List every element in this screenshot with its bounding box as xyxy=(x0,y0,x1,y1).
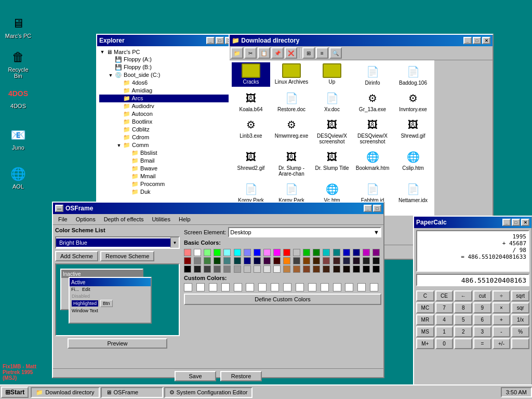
custom-color-swatch[interactable] xyxy=(296,283,304,291)
dropdown-arrow[interactable]: ▼ xyxy=(170,237,179,248)
color-swatch[interactable] xyxy=(254,265,261,273)
file-item[interactable]: ⚙ Gr_13a.exe xyxy=(353,89,392,113)
color-swatch[interactable] xyxy=(204,265,211,273)
tree-item[interactable]: 📁 Duk xyxy=(99,188,233,196)
custom-color-swatch[interactable] xyxy=(221,283,230,291)
custom-color-swatch[interactable] xyxy=(196,283,205,291)
file-item[interactable]: 🖼 DESQview/X screenshot xyxy=(313,115,351,145)
toolbar-btn[interactable]: 🔍 xyxy=(329,47,342,59)
toolbar-btn[interactable]: ✂ xyxy=(244,47,257,59)
tree-item-arcs[interactable]: 📁 Arcs xyxy=(99,95,233,102)
calc-button-C[interactable]: C xyxy=(416,290,434,301)
calc-button-MC[interactable]: MC xyxy=(416,302,434,313)
scheme-dropdown[interactable]: Bright Blue ▼ xyxy=(55,236,180,249)
tree-item[interactable]: ▼💿 Boot_side (C:) xyxy=(99,71,233,79)
system-menu-button[interactable]: — xyxy=(55,205,63,212)
file-item[interactable]: 📄 Xv.doc xyxy=(313,89,351,113)
color-swatch[interactable] xyxy=(373,249,380,256)
color-swatch[interactable] xyxy=(234,257,241,264)
calc-button--[interactable]: × xyxy=(493,302,511,313)
file-item[interactable]: 🖼 Dr. Slump - Arare-chan xyxy=(272,148,311,178)
close-button[interactable]: ✕ xyxy=(482,37,490,44)
file-item[interactable]: 📄 Nettamer.idx xyxy=(394,180,432,210)
toolbar-btn[interactable]: 📋 xyxy=(258,47,270,59)
tree-item[interactable]: 📁 Cdblitz xyxy=(99,126,233,134)
calc-button-1-x[interactable]: 1/x xyxy=(511,314,529,325)
remove-scheme-button[interactable]: Remove Scheme xyxy=(100,251,154,261)
color-swatch[interactable] xyxy=(313,257,320,264)
color-swatch[interactable] xyxy=(323,249,330,256)
calc-button--[interactable]: ÷ xyxy=(493,290,511,301)
color-swatch[interactable] xyxy=(194,257,201,264)
calc-button-cut[interactable]: cut xyxy=(473,290,491,301)
custom-color-swatch[interactable] xyxy=(283,283,291,291)
file-item[interactable]: 📄 Baddog.106 xyxy=(394,62,432,87)
color-swatch[interactable] xyxy=(244,265,251,273)
color-swatch[interactable] xyxy=(293,249,300,256)
color-swatch[interactable] xyxy=(353,249,360,256)
file-item[interactable]: 📄 00index.txt xyxy=(394,212,432,216)
save-button[interactable]: Save xyxy=(175,371,216,381)
desktop-icon-recycle-bin[interactable]: 🗑 Recycle Bin xyxy=(3,47,34,81)
desktop-icon-aol[interactable]: 🌐 AOL xyxy=(3,164,34,192)
define-custom-colors-button[interactable]: Define Custom Colors xyxy=(184,294,381,305)
custom-color-swatch[interactable] xyxy=(234,283,242,291)
color-swatch[interactable] xyxy=(184,249,191,256)
menu-options[interactable]: Options xyxy=(72,215,100,223)
file-item[interactable]: 📄 Dirinfo xyxy=(353,62,392,87)
color-swatch[interactable] xyxy=(223,249,231,256)
menu-utilities[interactable]: Utilities xyxy=(148,215,175,223)
preview-button-main[interactable]: Preview xyxy=(68,338,167,349)
color-swatch[interactable] xyxy=(303,249,310,256)
color-swatch[interactable] xyxy=(244,257,251,264)
tree-item[interactable]: 📁 Bmail xyxy=(99,157,233,165)
file-item[interactable]: ⚙ Invntory.exe xyxy=(394,89,432,113)
custom-color-swatch[interactable] xyxy=(345,283,353,291)
close-button[interactable]: ✕ xyxy=(521,219,529,226)
maximize-button[interactable]: □ xyxy=(512,219,520,226)
file-item[interactable]: 🖼 Koala.b64 xyxy=(232,89,270,113)
color-swatch[interactable] xyxy=(313,249,320,256)
calc-button-MS[interactable]: MS xyxy=(416,326,434,337)
color-swatch[interactable] xyxy=(223,257,231,264)
calc-button--[interactable]: - xyxy=(493,326,511,337)
file-item[interactable]: ⚙ Linb3.exe xyxy=(232,115,270,145)
tree-item[interactable]: 📁 Cdrom xyxy=(99,134,233,141)
tree-item[interactable]: 📁 4dos6 xyxy=(99,79,233,87)
explorer-tree[interactable]: ▼🖥 Marc's PC 💾 Floppy (A:) 💾 Floppy (B:)… xyxy=(97,46,235,209)
calc-button-5[interactable]: 5 xyxy=(454,314,472,325)
color-swatch[interactable] xyxy=(333,265,340,273)
menu-help[interactable]: Help xyxy=(175,215,195,223)
color-swatch[interactable] xyxy=(214,257,221,264)
color-swatch[interactable] xyxy=(343,257,350,264)
color-swatch[interactable] xyxy=(184,257,191,264)
tree-item[interactable]: 💾 Floppy (A:) xyxy=(99,56,233,63)
calc-button-sqrt[interactable]: sqrt xyxy=(511,290,529,301)
element-dropdown[interactable]: Desktop ▼ xyxy=(228,227,381,237)
color-swatch[interactable] xyxy=(214,265,221,273)
custom-color-swatch[interactable] xyxy=(246,283,254,291)
color-swatch[interactable] xyxy=(303,257,310,264)
color-swatch[interactable] xyxy=(273,257,281,264)
calc-button--[interactable]: = xyxy=(473,338,491,349)
color-swatch[interactable] xyxy=(223,265,231,273)
tree-item[interactable]: ▼🖥 Marc's PC xyxy=(99,48,233,56)
color-swatch[interactable] xyxy=(323,265,330,273)
tree-item[interactable]: 📁 Autocon xyxy=(99,110,233,118)
taskbar-item-download[interactable]: 📁 Download directory xyxy=(31,387,99,398)
custom-color-swatch[interactable] xyxy=(258,283,267,291)
color-swatch[interactable] xyxy=(323,257,330,264)
calc-button-2[interactable]: 2 xyxy=(454,326,472,337)
color-swatch[interactable] xyxy=(373,265,380,273)
color-swatch[interactable] xyxy=(373,257,380,264)
restore-button[interactable]: Restore xyxy=(220,371,262,381)
color-swatch[interactable] xyxy=(234,249,241,256)
maximize-button[interactable]: □ xyxy=(216,37,224,44)
color-swatch[interactable] xyxy=(263,265,271,273)
tree-item[interactable]: 📁 Procomm xyxy=(99,180,233,188)
file-item[interactable]: 🖼 Shrewd2.gif xyxy=(232,148,270,178)
calc-button-0[interactable]: 0 xyxy=(435,338,454,349)
tree-item[interactable]: ▼📁 Comm xyxy=(99,141,233,149)
desktop-icon-marcs-pc[interactable]: 🖥 Marc's PC xyxy=(3,13,34,41)
calc-button--[interactable]: % xyxy=(511,326,529,337)
